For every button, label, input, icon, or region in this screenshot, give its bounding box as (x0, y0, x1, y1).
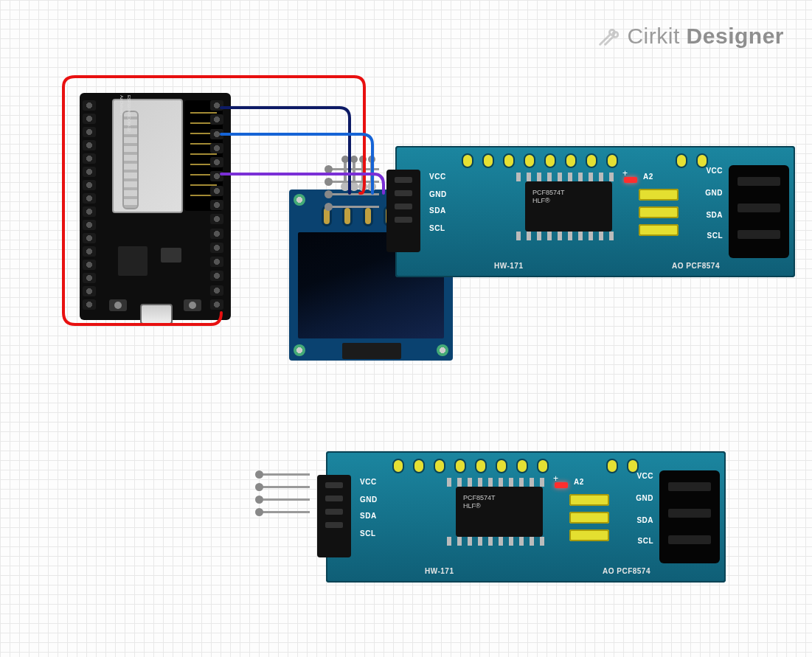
esp32-pin-g21[interactable] (210, 171, 223, 181)
pcf-label-rvcc: VCC (636, 472, 653, 480)
pcf-label-rscl: SCL (638, 537, 654, 545)
pcf-gpio-p1[interactable] (413, 459, 425, 473)
pcf-gpio-p0[interactable] (392, 459, 404, 473)
esp32-pin-g32[interactable] (83, 180, 96, 190)
pcf-addr-jumpers[interactable] (639, 189, 679, 236)
pcf-pin-sda[interactable] (260, 498, 310, 501)
esp32-pin-3v3[interactable] (83, 100, 96, 111)
esp32-cp2102-chip (118, 246, 148, 276)
esp32-shield-brand: Az-Delivery (119, 95, 124, 115)
pcf-ic-marking: PCF8574T HLF® (532, 189, 565, 205)
pcf-gpio-p7[interactable] (606, 153, 618, 168)
pcf-gpio-p3[interactable] (454, 459, 466, 473)
pcf-gpio-p5[interactable] (496, 459, 507, 473)
watermark: Cirkit Designer (596, 24, 784, 49)
pcf-left-leads (260, 473, 310, 513)
mounting-hole-icon (294, 194, 305, 206)
oled-ribbon (342, 343, 401, 359)
esp32-pin-g16[interactable] (210, 243, 223, 253)
pcf-right-header[interactable] (659, 470, 720, 563)
esp32-pin-g5[interactable] (210, 214, 223, 224)
pcf-gpio-int1[interactable] (696, 153, 708, 168)
pcf-pin-gnd[interactable] (329, 181, 379, 183)
esp32-pin-g12[interactable] (83, 260, 96, 270)
component-pcf8574-1[interactable]: PCF8574T HLF® + VCC GND SDA SCL VCC GND … (395, 146, 795, 277)
pcf-pin-scl[interactable] (329, 206, 379, 208)
pcf-gpio-p0[interactable] (462, 153, 473, 168)
esp32-pin-g26[interactable] (83, 220, 96, 230)
pcf-gpio-p2[interactable] (434, 459, 445, 473)
esp32-pin-gnd[interactable] (83, 286, 96, 296)
pcf-label-gnd: GND (360, 496, 378, 504)
pcf-plus-silk: + (622, 168, 628, 178)
pcf-gpio-int0[interactable] (606, 459, 618, 473)
esp32-pin-g18[interactable] (210, 200, 223, 210)
pcf-pin-vcc[interactable] (329, 168, 379, 170)
pcf-label-gnd: GND (429, 190, 447, 198)
esp32-pin-rx0[interactable] (210, 157, 223, 167)
esp32-pin-g34[interactable] (83, 153, 96, 164)
pcf-gpio-p6[interactable] (516, 459, 528, 473)
esp32-pin-g2[interactable] (210, 271, 223, 281)
esp32-pin-g27[interactable] (83, 233, 96, 243)
pcf-label-vcc: VCC (429, 173, 446, 181)
pcf-gpio-p2[interactable] (503, 153, 515, 168)
circuit-canvas[interactable]: Cirkit Designer Az-Delivery ESP32-WROOM-… (0, 0, 812, 657)
pcf-plus-silk: + (553, 473, 558, 484)
pcf-gpio-p4[interactable] (544, 153, 556, 168)
pcf-gpio-int1[interactable] (627, 459, 639, 473)
pcf-label-vcc: VCC (360, 478, 377, 486)
pcf-gpio-p5[interactable] (565, 153, 577, 168)
mounting-hole-icon (437, 344, 448, 356)
esp32-pin-g25[interactable] (83, 206, 96, 217)
pcf-addr-jumpers[interactable] (569, 494, 609, 541)
esp32-pin-g19[interactable] (210, 186, 223, 196)
esp32-shield-part: ESP32-WROOM-32 (127, 95, 131, 131)
esp32-pinrow-right (210, 100, 228, 310)
esp32-pin-g15[interactable] (210, 285, 223, 296)
pcf-left-header (317, 475, 351, 557)
pcf-gpio-p6[interactable] (586, 153, 597, 168)
esp32-pin-tx0[interactable] (210, 143, 223, 153)
pcf-label-rgnd: GND (705, 189, 723, 197)
esp32-pin-en[interactable] (83, 114, 96, 124)
esp32-pin-gnd[interactable] (210, 100, 223, 111)
pcf-gpio-row-right (606, 459, 639, 473)
esp32-pin-5v[interactable] (210, 299, 223, 310)
esp32-pin-g14[interactable] (83, 246, 96, 257)
pcf-label-model: AO PCF8574 (672, 262, 720, 270)
pcf-label-sda: SDA (360, 512, 377, 520)
esp32-pin-vin[interactable] (83, 299, 96, 310)
pcf-pin-vcc[interactable] (260, 473, 310, 476)
esp32-pin-g13[interactable] (83, 273, 96, 283)
pcf-label-model: AO PCF8574 (603, 567, 650, 575)
pcf-label-a2: A2 (643, 173, 653, 181)
pcf-gpio-row (392, 459, 549, 473)
esp32-pin-g33[interactable] (83, 193, 96, 204)
esp32-pin-g4[interactable] (210, 257, 223, 267)
pcf-gpio-p4[interactable] (475, 459, 487, 473)
esp32-pin-g17[interactable] (210, 229, 223, 239)
pcf-gpio-p3[interactable] (524, 153, 535, 168)
pcf-pin-sda[interactable] (329, 193, 379, 195)
pcf-pin-gnd[interactable] (260, 486, 310, 488)
pcf-label-hw: HW-171 (425, 567, 454, 575)
esp32-pin-vp[interactable] (83, 127, 96, 137)
pcf-pin-scl[interactable] (260, 511, 310, 513)
esp32-pin-vn[interactable] (83, 140, 96, 150)
esp32-boot-button[interactable] (184, 299, 201, 311)
pcf-gpio-int0[interactable] (676, 153, 687, 168)
pcf-gpio-row-right (676, 153, 708, 168)
esp32-pin-g22[interactable] (210, 129, 223, 139)
pcf-left-leads (329, 168, 379, 208)
pcf-right-header[interactable] (729, 165, 789, 258)
watermark-text: Cirkit Designer (627, 24, 784, 49)
component-pcf8574-2[interactable]: PCF8574T HLF® + VCC GND SDA SCL VCC GND … (326, 451, 726, 583)
pcf-gpio-p7[interactable] (537, 459, 549, 473)
esp32-pin-g23[interactable] (210, 114, 223, 125)
pcf-label-a2: A2 (574, 478, 584, 486)
esp32-rst-button[interactable] (109, 299, 127, 311)
component-esp32[interactable]: Az-Delivery ESP32-WROOM-32 (80, 93, 231, 320)
esp32-pin-g35[interactable] (83, 167, 96, 177)
pcf-gpio-p1[interactable] (482, 153, 494, 168)
